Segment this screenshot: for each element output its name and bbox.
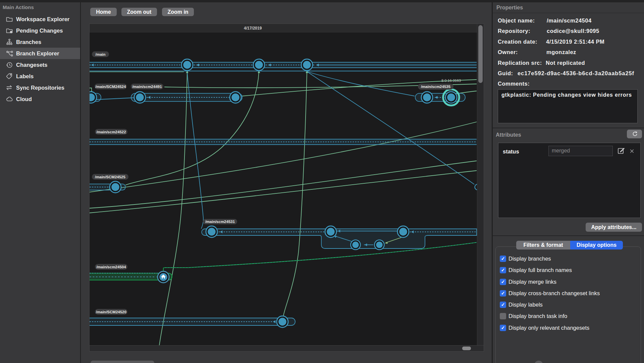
svg-text:/main/scm24535: /main/scm24535 <box>421 85 451 89</box>
svg-text:/main/SCM24524: /main/SCM24524 <box>96 85 126 89</box>
svg-text:8.0.16.3163: 8.0.16.3163 <box>441 79 461 83</box>
svg-text:/main: /main <box>95 52 105 56</box>
svg-text:/main/scm24522: /main/scm24522 <box>96 130 126 134</box>
svg-text:/main/scm24504: /main/scm24504 <box>96 265 126 269</box>
svg-text:/main/SCM24525: /main/SCM24525 <box>95 175 125 179</box>
svg-text:/main/scm24491: /main/scm24491 <box>132 85 162 89</box>
svg-text:/main/SCM24520: /main/SCM24520 <box>96 310 126 314</box>
svg-text:/main/scm24531: /main/scm24531 <box>205 220 235 224</box>
